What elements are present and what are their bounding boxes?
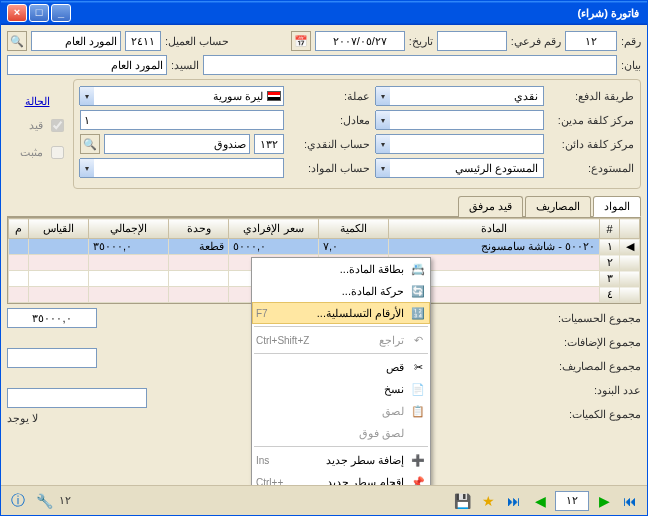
row-num: ١ xyxy=(600,239,620,255)
store-value: المستودع الرئيسي xyxy=(379,162,541,175)
muthbat-label: مثبت xyxy=(20,146,43,159)
mi-insert-row[interactable]: 📌إقحام سطر جديدCtrl++ xyxy=(252,471,430,485)
star-button[interactable]: ★ xyxy=(477,490,499,512)
currency-select[interactable]: ليرة سورية xyxy=(80,86,284,106)
maximize-button[interactable]: □ xyxy=(29,4,49,22)
rep-input[interactable] xyxy=(7,388,147,408)
account-search-button[interactable]: 🔍 xyxy=(7,31,27,51)
table-row[interactable]: ◀ ١ ٥٠٠٢٠ - شاشة سامسونج ٧,٠ ٥٠٠٠,٠ قطعة… xyxy=(9,239,640,255)
account-name-input[interactable] xyxy=(31,31,121,51)
cell-material[interactable]: ٥٠٠٢٠ - شاشة سامسونج xyxy=(389,239,600,255)
mi-material-movement[interactable]: 🔄حركة المادة... xyxy=(252,280,430,302)
rate-label: معادل: xyxy=(288,114,370,127)
mi-serials[interactable]: 🔢الأرقام التسلسلية...F7 xyxy=(252,302,430,324)
page-indicator: ١٢ xyxy=(59,494,71,507)
chevron-down-icon[interactable] xyxy=(375,159,390,177)
matacct-select[interactable] xyxy=(80,158,284,178)
col-qty[interactable]: الكمية xyxy=(319,219,389,239)
minimize-button[interactable]: _ xyxy=(51,4,71,22)
muthbat-checkbox[interactable]: مثبت xyxy=(7,143,67,162)
number-label: رقم: xyxy=(621,35,641,48)
card-icon: 📇 xyxy=(410,261,426,277)
nav-prev-button[interactable]: ◀ xyxy=(529,490,551,512)
titlebar[interactable]: فاتورة (شراء) _ □ × xyxy=(1,1,647,25)
number-input[interactable] xyxy=(565,31,617,51)
mi-cut[interactable]: ✂قص xyxy=(252,356,430,378)
store-label: المستودع: xyxy=(548,162,634,175)
cash-name-input[interactable] xyxy=(104,134,250,154)
currency-value: ليرة سورية xyxy=(83,90,267,103)
rate-input[interactable] xyxy=(80,110,284,130)
nav-last-button[interactable]: ⏮ xyxy=(619,490,641,512)
chevron-down-icon[interactable] xyxy=(375,111,390,129)
mi-material-card[interactable]: 📇بطاقة المادة... xyxy=(252,258,430,280)
currency-label: عملة: xyxy=(288,90,370,103)
note-input[interactable] xyxy=(203,55,617,75)
cash-code-input[interactable] xyxy=(254,134,284,154)
separator xyxy=(254,353,428,354)
tab-attached[interactable]: قيد مرفق xyxy=(458,196,523,217)
discounts-label: مجموع الحسميات: xyxy=(558,312,641,325)
insert-row-icon: 📌 xyxy=(410,474,426,485)
cell-qty[interactable]: ٧,٠ xyxy=(319,239,389,255)
cut-icon: ✂ xyxy=(410,359,426,375)
col-marker[interactable] xyxy=(620,219,640,239)
nav-next-button[interactable]: ▶ xyxy=(593,490,615,512)
payment-input[interactable] xyxy=(7,348,97,368)
serial-icon: 🔢 xyxy=(410,305,426,321)
store-select[interactable]: المستودع الرئيسي xyxy=(376,158,544,178)
col-m[interactable]: م xyxy=(9,219,29,239)
state-header[interactable]: الحالة xyxy=(7,95,67,108)
tool-button[interactable]: 🔧 xyxy=(33,490,55,512)
date-input[interactable] xyxy=(315,31,405,51)
cell-unit[interactable]: قطعة xyxy=(169,239,229,255)
qty-label: مجموع الكميات: xyxy=(569,408,641,421)
cash-label: حساب النقدي: xyxy=(288,138,370,151)
chevron-down-icon[interactable] xyxy=(79,87,94,105)
invoice-window: فاتورة (شراء) _ □ × رقم: رقم فرعي: تاريخ… xyxy=(0,0,648,516)
chevron-down-icon[interactable] xyxy=(375,87,390,105)
tab-materials[interactable]: المواد xyxy=(593,196,641,217)
cell-total[interactable]: ٣٥٠٠٠,٠ xyxy=(89,239,169,255)
cell-meas[interactable] xyxy=(29,239,89,255)
calendar-button[interactable]: 📅 xyxy=(291,31,311,51)
chevron-down-icon[interactable] xyxy=(375,135,390,153)
undo-icon: ↶ xyxy=(410,332,426,348)
chevron-down-icon[interactable] xyxy=(79,159,94,177)
credit-select[interactable] xyxy=(376,134,544,154)
col-unit[interactable]: وحدة xyxy=(169,219,229,239)
mi-copy[interactable]: 📄نسخ xyxy=(252,378,430,400)
save-button[interactable]: 💾 xyxy=(451,490,473,512)
net-input[interactable] xyxy=(7,308,97,328)
col-material[interactable]: المادة xyxy=(389,219,600,239)
account-label: حساب العميل: xyxy=(165,35,229,48)
items-label: عدد البنود: xyxy=(594,384,641,397)
col-num[interactable]: # xyxy=(600,219,620,239)
debit-select[interactable] xyxy=(376,110,544,130)
mi-paste-above: لصق فوق xyxy=(252,422,430,444)
movement-icon: 🔄 xyxy=(410,283,426,299)
close-button[interactable]: × xyxy=(7,4,27,22)
context-menu[interactable]: 📇بطاقة المادة... 🔄حركة المادة... 🔢الأرقا… xyxy=(251,257,431,485)
info-button[interactable]: ⓘ xyxy=(7,490,29,512)
col-meas[interactable]: القياس xyxy=(29,219,89,239)
col-total[interactable]: الإجمالي xyxy=(89,219,169,239)
sub-input[interactable] xyxy=(437,31,507,51)
add-row-icon: ➕ xyxy=(410,452,426,468)
mr-input[interactable] xyxy=(7,55,167,75)
mi-paste: 📋لصق xyxy=(252,400,430,422)
tab-expenses[interactable]: المصاريف xyxy=(525,196,591,217)
nav-first-button[interactable]: ⏭ xyxy=(503,490,525,512)
account-code-input[interactable] xyxy=(125,31,161,51)
additions-label: مجموع الإضافات: xyxy=(564,336,641,349)
qaid-checkbox[interactable]: قيد xyxy=(7,116,67,135)
cell-unit-price[interactable]: ٥٠٠٠,٠ xyxy=(229,239,319,255)
cash-search-button[interactable]: 🔍 xyxy=(80,134,100,154)
matacct-label: حساب المواد: xyxy=(288,162,370,175)
page-input[interactable] xyxy=(555,491,589,511)
col-unit-price[interactable]: سعر الإفرادي xyxy=(229,219,319,239)
shortcut: F7 xyxy=(256,308,268,319)
qaid-label: قيد xyxy=(29,119,43,132)
pay-select[interactable]: نقدي xyxy=(376,86,544,106)
mi-add-row[interactable]: ➕إضافة سطر جديدIns xyxy=(252,449,430,471)
